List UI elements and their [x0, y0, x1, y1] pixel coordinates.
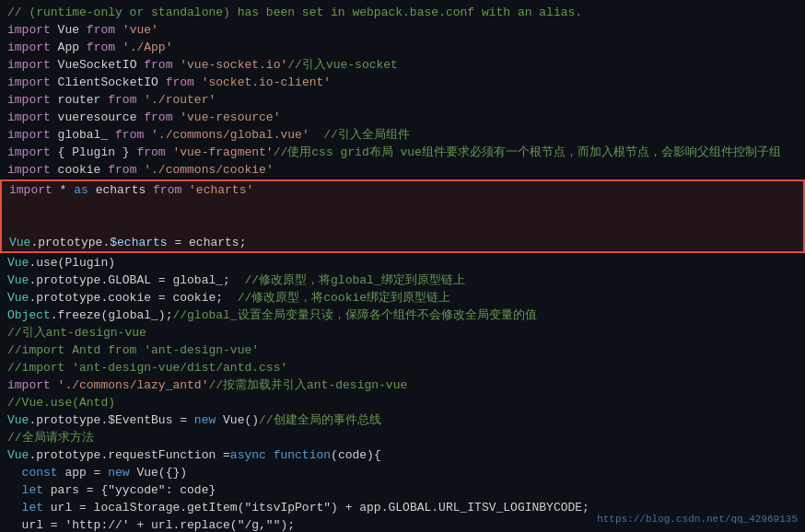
code-line: import router from './router' [0, 91, 805, 109]
code-line: import global_ from './commons/global.vu… [0, 126, 805, 144]
code-line [0, 216, 805, 234]
code-line: Object.freeze(global_);//global_设置全局变量只读… [0, 306, 805, 324]
code-line: import ClientSocketIO from 'socket.io-cl… [0, 74, 805, 91]
code-editor: // (runtime-only or standalone) has been… [0, 0, 805, 532]
code-line: Vue.prototype.GLOBAL = global_; //修改原型，将… [0, 272, 805, 289]
code-line: //import 'ant-design-vue/dist/antd.css' [0, 359, 805, 376]
code-line: //引入ant-design-vue [0, 324, 805, 341]
code-line: import vueresource from 'vue-resource' [0, 109, 805, 126]
code-line: import * as echarts from 'echarts' [0, 179, 805, 199]
watermark: https://blog.csdn.net/qq_42969135 [597, 514, 798, 525]
code-line: import VueSocketIO from 'vue-socket.io'/… [0, 56, 805, 74]
code-line: import cookie from './commons/cookie' [0, 161, 805, 179]
code-line: const app = new Vue({}) [0, 464, 805, 481]
code-line: Vue.use(Plugin) [0, 254, 805, 272]
code-line: let pars = {"yycode": code} [0, 481, 805, 499]
code-line: Vue.prototype.requestFunction =async fun… [0, 446, 805, 464]
code-line: Vue.prototype.$echarts = echarts; [0, 234, 805, 253]
code-line: //import Antd from 'ant-design-vue' [0, 341, 805, 359]
code-line: Vue.prototype.$EventBus = new Vue()//创建全… [0, 411, 805, 429]
code-line: //Vue.use(Antd) [0, 394, 805, 411]
code-line: import Vue from 'vue' [0, 21, 805, 39]
code-line [0, 199, 805, 216]
code-line: import './commons/lazy_antd'//按需加载并引入ant… [0, 376, 805, 394]
code-line: import { Plugin } from 'vue-fragment'//使… [0, 144, 805, 161]
code-line: Vue.prototype.cookie = cookie; //修改原型，将c… [0, 289, 805, 306]
code-line: import App from './App' [0, 39, 805, 56]
code-line: //全局请求方法 [0, 429, 805, 446]
code-line: // (runtime-only or standalone) has been… [0, 4, 805, 21]
code-content: // (runtime-only or standalone) has been… [0, 4, 805, 532]
